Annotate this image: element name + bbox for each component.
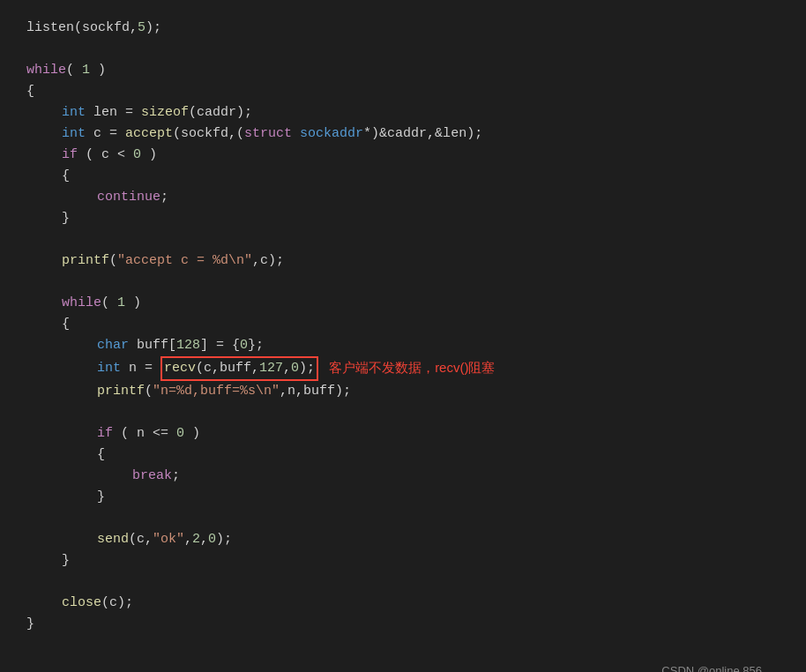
line-blank3 — [26, 272, 780, 293]
page-wrapper: listen(sockfd,5); while( 1 ) { int len =… — [26, 18, 780, 672]
recv-highlight: recv(c,buff,127,0); — [160, 356, 318, 381]
line-while1: while( 1 ) — [26, 60, 780, 81]
line-if-n: if ( n <= 0 ) — [26, 423, 780, 444]
line-brace1-close: } — [26, 614, 780, 635]
line-printf1: printf("accept c = %d\n",c); — [26, 250, 780, 272]
line-brace4-open: { — [26, 444, 780, 466]
code-block: listen(sockfd,5); while( 1 ) { int len =… — [26, 18, 780, 635]
line-int-c: int c = accept(sockfd,(struct sockaddr*)… — [26, 123, 780, 145]
line-break: break; — [26, 466, 780, 487]
line-char-buff: char buff[128] = {0}; — [26, 335, 780, 356]
line-blank2 — [26, 229, 780, 250]
line-brace3-open: { — [26, 314, 780, 335]
line-brace4-close: } — [26, 487, 780, 508]
recv-annotation: 客户端不发数据，recv()阻塞 — [329, 360, 495, 375]
line-blank1 — [26, 39, 780, 60]
line-blank6 — [26, 571, 780, 593]
line-int-n: int n = recv(c,buff,127,0); 客户端不发数据，recv… — [26, 356, 780, 381]
line-close: close(c); — [26, 593, 780, 614]
footer-text: CSDN @online.856 — [661, 662, 762, 672]
line-brace3-close: } — [26, 550, 780, 571]
line-continue: continue; — [26, 187, 780, 208]
line-blank4 — [26, 402, 780, 423]
line-send: send(c,"ok",2,0); — [26, 529, 780, 550]
line-int-len: int len = sizeof(caddr); — [26, 102, 780, 123]
line-printf2: printf("n=%d,buff=%s\n",n,buff); — [26, 381, 780, 402]
line-blank5 — [26, 508, 780, 529]
line-brace2-open: { — [26, 166, 780, 187]
line-brace1-open: { — [26, 81, 780, 102]
line-if-c: if ( c < 0 ) — [26, 145, 780, 166]
line-brace2-close: } — [26, 208, 780, 229]
line-listen: listen(sockfd,5); — [26, 18, 780, 39]
line-while2: while( 1 ) — [26, 293, 780, 314]
